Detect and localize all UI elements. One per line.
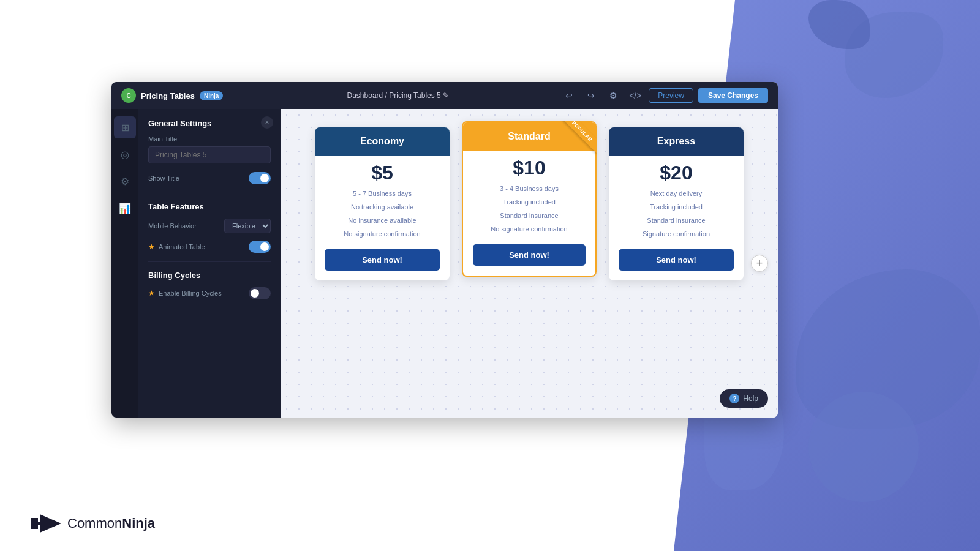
- standard-feature-4: No signature confirmation: [473, 223, 586, 234]
- mobile-behavior-select[interactable]: Flexible Scroll Stack: [224, 219, 271, 233]
- app-window: C Pricing Tables Ninja Dashboard / Prici…: [111, 82, 778, 418]
- economy-feature-2: No tracking available: [325, 201, 440, 212]
- redo-button[interactable]: ↪: [582, 87, 600, 104]
- express-feature-1: Next day delivery: [619, 188, 734, 199]
- economy-header: Economy: [315, 127, 450, 156]
- billing-cycles-row: ★ Enable Billing Cycles: [148, 287, 271, 299]
- breadcrumb: Dashboard / Pricing Tables 5 ✎: [235, 91, 560, 100]
- animated-table-label: Animated Table: [159, 243, 245, 250]
- top-bar: C Pricing Tables Ninja Dashboard / Prici…: [111, 82, 778, 109]
- preview-button[interactable]: Preview: [649, 88, 693, 103]
- brand-icon: [31, 514, 61, 533]
- main-title-label: Main Title: [148, 135, 271, 143]
- express-features: Next day delivery Tracking included Stan…: [609, 188, 744, 247]
- divider-2: [148, 261, 271, 262]
- economy-name: Economy: [360, 136, 404, 146]
- express-name: express: [657, 136, 695, 146]
- economy-feature-3: No insurance available: [325, 215, 440, 226]
- help-label: Help: [743, 394, 758, 403]
- billing-cycles-label: Enable Billing Cycles: [159, 290, 245, 297]
- express-cta-button[interactable]: Send now!: [619, 249, 734, 271]
- pricing-cards: Economy $5 5 - 7 Business days No tracki…: [315, 127, 744, 280]
- help-button[interactable]: ? Help: [720, 389, 768, 408]
- nav-item-chart[interactable]: 📊: [114, 197, 136, 219]
- pricing-card-express: express $20 Next day delivery Tracking i…: [609, 127, 744, 280]
- app-body: ⊞ ◎ ⚙ 📊 General Settings × Main Title Sh…: [111, 109, 778, 418]
- show-title-label: Show Title: [148, 174, 179, 182]
- table-features-title: Table Features: [148, 202, 271, 211]
- popular-badge-wrap: POPULAR: [560, 121, 597, 158]
- show-title-toggle[interactable]: [249, 172, 271, 184]
- economy-price: $5: [315, 156, 450, 188]
- top-actions: ↩ ↪ ⚙ </> Preview Save Changes: [560, 87, 768, 104]
- economy-feature-4: No signature confirmation: [325, 228, 440, 239]
- pricing-card-economy: Economy $5 5 - 7 Business days No tracki…: [315, 127, 450, 280]
- standard-feature-1: 3 - 4 Business days: [473, 183, 586, 194]
- brand-bar: CommonNinja: [31, 514, 155, 533]
- standard-name: Standard: [508, 131, 550, 141]
- ninja-badge: Ninja: [200, 91, 223, 100]
- animated-table-toggle[interactable]: [249, 241, 271, 253]
- help-icon: ?: [729, 394, 739, 403]
- undo-button[interactable]: ↩: [560, 87, 578, 104]
- add-column-button[interactable]: +: [751, 255, 768, 272]
- animated-table-row: ★ Animated Table: [148, 241, 271, 253]
- billing-star: ★: [148, 289, 155, 298]
- show-title-row: Show Title: [148, 172, 271, 184]
- panel-close-button[interactable]: ×: [261, 116, 273, 129]
- express-feature-2: Tracking included: [619, 201, 734, 212]
- nav-item-grid[interactable]: ⊞: [114, 116, 136, 138]
- main-title-input[interactable]: [148, 146, 271, 163]
- settings-button[interactable]: ⚙: [605, 87, 622, 104]
- express-feature-4: Signature confirmation: [619, 228, 734, 239]
- economy-feature-1: 5 - 7 Business days: [325, 188, 440, 199]
- settings-panel: General Settings × Main Title Show Title…: [138, 109, 281, 418]
- preview-area: Economy $5 5 - 7 Business days No tracki…: [281, 109, 778, 418]
- express-price: $20: [609, 156, 744, 188]
- sidebar-nav: ⊞ ◎ ⚙ 📊: [111, 109, 138, 418]
- popular-card-wrap: Standard $10 3 - 4 Business days Trackin…: [462, 121, 597, 277]
- nav-item-settings[interactable]: ⚙: [114, 170, 136, 192]
- code-button[interactable]: </>: [627, 87, 644, 104]
- standard-features: 3 - 4 Business days Tracking included St…: [463, 183, 595, 242]
- express-feature-3: Standard insurance: [619, 215, 734, 226]
- brand-text: CommonNinja: [67, 515, 155, 531]
- popular-badge: POPULAR: [560, 121, 597, 153]
- mobile-behavior-label: Mobile Behavior: [148, 222, 197, 230]
- economy-cta-button[interactable]: Send now!: [325, 249, 440, 271]
- standard-cta-button[interactable]: Send now!: [473, 244, 586, 266]
- svg-marker-2: [40, 514, 61, 533]
- standard-feature-2: Tracking included: [473, 197, 586, 208]
- divider-1: [148, 193, 271, 193]
- mobile-behavior-row: Mobile Behavior Flexible Scroll Stack: [148, 219, 271, 233]
- save-button[interactable]: Save Changes: [698, 88, 768, 103]
- svg-marker-1: [31, 518, 38, 529]
- billing-cycles-title: Billing Cycles: [148, 271, 271, 280]
- billing-cycles-toggle[interactable]: [249, 287, 271, 299]
- animated-table-star: ★: [148, 242, 155, 251]
- express-header: express: [609, 127, 744, 156]
- standard-feature-3: Standard insurance: [473, 210, 586, 221]
- nav-item-palette[interactable]: ◎: [114, 143, 136, 165]
- app-title: Pricing Tables: [141, 91, 195, 100]
- panel-title: General Settings: [148, 119, 271, 128]
- bg-blob-4: [809, 392, 919, 502]
- logo-icon: C: [121, 88, 136, 103]
- logo-area: C Pricing Tables Ninja: [121, 88, 223, 103]
- economy-features: 5 - 7 Business days No tracking availabl…: [315, 188, 450, 247]
